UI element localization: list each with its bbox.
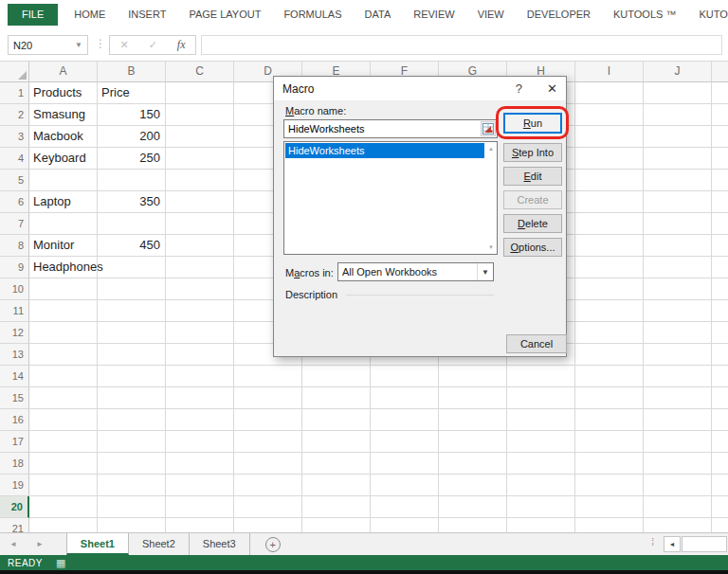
scroll-up-icon[interactable]: ▲ bbox=[488, 146, 494, 152]
chevron-down-icon[interactable]: ▼ bbox=[477, 263, 493, 280]
cell-A9[interactable]: Headphones bbox=[29, 257, 98, 278]
cell-B11[interactable] bbox=[98, 300, 166, 322]
row-header-17[interactable]: 17 bbox=[0, 431, 29, 453]
sheet-tab-sheet2[interactable]: Sheet2 bbox=[129, 533, 190, 555]
cell-H20[interactable] bbox=[507, 496, 575, 518]
row-header-11[interactable]: 11 bbox=[0, 300, 29, 322]
cell-C21[interactable] bbox=[166, 518, 234, 532]
cell-C8[interactable] bbox=[166, 235, 234, 257]
cell-D20[interactable] bbox=[234, 496, 302, 518]
cell-C1[interactable] bbox=[166, 82, 234, 104]
cell-I21[interactable] bbox=[575, 518, 644, 532]
cell-A5[interactable] bbox=[29, 170, 98, 191]
cell-F18[interactable] bbox=[371, 453, 439, 475]
column-header-B[interactable]: B bbox=[98, 62, 166, 82]
cell-B17[interactable] bbox=[98, 431, 166, 453]
column-header-I[interactable]: I bbox=[575, 62, 644, 82]
cell-J10[interactable] bbox=[644, 278, 712, 300]
row-header-12[interactable]: 12 bbox=[0, 322, 29, 344]
sheet-prev-icon[interactable]: ◄ bbox=[9, 540, 17, 548]
cell-I6[interactable] bbox=[575, 191, 644, 213]
cell-A21[interactable] bbox=[29, 518, 98, 532]
row-header-3[interactable]: 3 bbox=[0, 126, 29, 148]
cell-J15[interactable] bbox=[644, 387, 712, 409]
row-header-8[interactable]: 8 bbox=[0, 235, 29, 257]
tab-formulas[interactable]: FORMULAS bbox=[272, 4, 353, 26]
cell-H14[interactable] bbox=[507, 366, 575, 387]
insert-function-icon[interactable]: fx bbox=[177, 38, 186, 52]
cell-I7[interactable] bbox=[575, 213, 644, 235]
cell-E18[interactable] bbox=[302, 453, 371, 475]
cell-J18[interactable] bbox=[644, 453, 712, 475]
cell-A7[interactable] bbox=[29, 213, 98, 235]
cell-A4[interactable]: Keyboard bbox=[29, 148, 98, 170]
cell-J19[interactable] bbox=[644, 475, 712, 496]
cell-G17[interactable] bbox=[439, 431, 507, 453]
cell-A6[interactable]: Laptop bbox=[29, 191, 98, 213]
cell-I12[interactable] bbox=[575, 322, 644, 344]
row-header-21[interactable]: 21 bbox=[0, 518, 29, 532]
row-header-14[interactable]: 14 bbox=[0, 366, 29, 387]
cell-B2[interactable]: 150 bbox=[98, 104, 166, 126]
column-header-C[interactable]: C bbox=[166, 62, 234, 82]
cell-A19[interactable] bbox=[29, 475, 98, 496]
cell-A8[interactable]: Monitor bbox=[29, 235, 98, 257]
cell-D15[interactable] bbox=[234, 387, 302, 409]
cell-F17[interactable] bbox=[371, 431, 439, 453]
cell-A1[interactable]: Products bbox=[29, 82, 98, 104]
cell-F20[interactable] bbox=[371, 496, 439, 518]
cell-A17[interactable] bbox=[29, 431, 98, 453]
select-all-corner[interactable] bbox=[0, 62, 29, 82]
cell-A10[interactable] bbox=[29, 278, 98, 300]
cell-J9[interactable] bbox=[644, 257, 712, 278]
tab-review[interactable]: REVIEW bbox=[402, 4, 465, 26]
cell-C6[interactable] bbox=[166, 191, 234, 213]
close-icon[interactable]: ✕ bbox=[547, 81, 557, 96]
edit-button[interactable]: Edit bbox=[503, 167, 562, 186]
cell-C9[interactable] bbox=[166, 257, 234, 278]
cell-F21[interactable] bbox=[371, 518, 439, 532]
cell-J6[interactable] bbox=[644, 191, 712, 213]
help-icon[interactable]: ? bbox=[516, 81, 522, 96]
macro-name-input[interactable] bbox=[283, 119, 498, 138]
cell-J17[interactable] bbox=[644, 431, 712, 453]
cell-A20[interactable] bbox=[29, 496, 98, 518]
cell-C3[interactable] bbox=[166, 126, 234, 148]
cell-B8[interactable]: 450 bbox=[98, 235, 166, 257]
cell-H18[interactable] bbox=[507, 453, 575, 475]
cell-I4[interactable] bbox=[575, 148, 644, 170]
cell-B10[interactable] bbox=[98, 278, 166, 300]
row-header-15[interactable]: 15 bbox=[0, 387, 29, 409]
hscroll-left-icon[interactable]: ◄ bbox=[664, 536, 681, 552]
cell-D18[interactable] bbox=[234, 453, 302, 475]
row-header-20[interactable]: 20 bbox=[0, 496, 29, 518]
cell-B5[interactable] bbox=[98, 170, 166, 191]
tab-split-handle[interactable]: ⁞ bbox=[651, 537, 654, 547]
cell-J14[interactable] bbox=[644, 366, 712, 387]
cancel-button[interactable]: Cancel bbox=[506, 334, 567, 353]
cell-A14[interactable] bbox=[29, 366, 98, 387]
sheet-next-icon[interactable]: ► bbox=[36, 540, 44, 548]
macro-listbox[interactable]: HideWorksheets ▲ ▼ bbox=[283, 141, 498, 255]
macro-record-icon[interactable]: ▦ bbox=[56, 558, 65, 567]
scroll-down-icon[interactable]: ▼ bbox=[488, 244, 494, 250]
cell-E20[interactable] bbox=[302, 496, 371, 518]
cell-E17[interactable] bbox=[302, 431, 371, 453]
cell-C5[interactable] bbox=[166, 170, 234, 191]
cell-C7[interactable] bbox=[166, 213, 234, 235]
cell-J8[interactable] bbox=[644, 235, 712, 257]
cell-A16[interactable] bbox=[29, 409, 98, 431]
add-sheet-button[interactable]: + bbox=[265, 537, 281, 552]
cell-C14[interactable] bbox=[166, 366, 234, 387]
cell-I2[interactable] bbox=[575, 104, 644, 126]
row-header-7[interactable]: 7 bbox=[0, 213, 29, 235]
options-button[interactable]: Options... bbox=[503, 238, 562, 257]
row-header-4[interactable]: 4 bbox=[0, 148, 29, 170]
cell-H21[interactable] bbox=[507, 518, 575, 532]
cell-G15[interactable] bbox=[439, 387, 507, 409]
cell-I9[interactable] bbox=[575, 257, 644, 278]
cell-C10[interactable] bbox=[166, 278, 234, 300]
formula-input[interactable] bbox=[201, 35, 722, 55]
cell-F16[interactable] bbox=[371, 409, 439, 431]
row-header-5[interactable]: 5 bbox=[0, 170, 29, 191]
